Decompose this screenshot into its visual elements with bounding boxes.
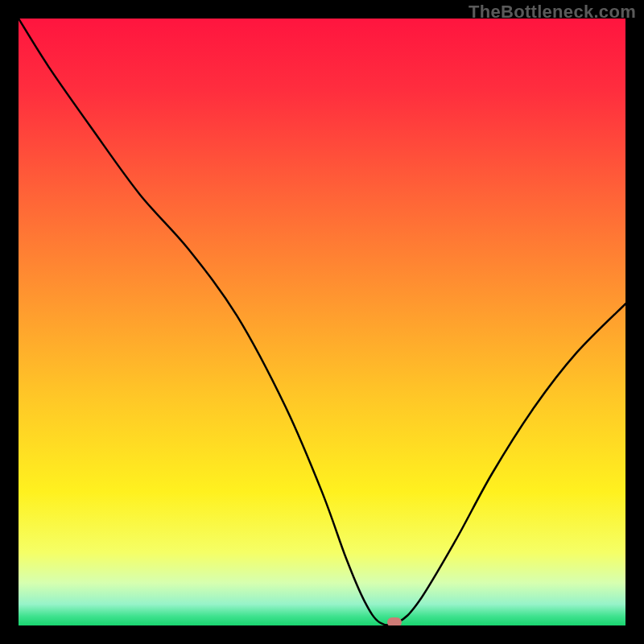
bottleneck-curve — [19, 19, 625, 625]
optimal-point-marker — [387, 617, 402, 625]
plot-area — [19, 19, 625, 625]
chart-frame: TheBottleneck.com — [0, 0, 644, 644]
watermark-text: TheBottleneck.com — [469, 2, 636, 23]
